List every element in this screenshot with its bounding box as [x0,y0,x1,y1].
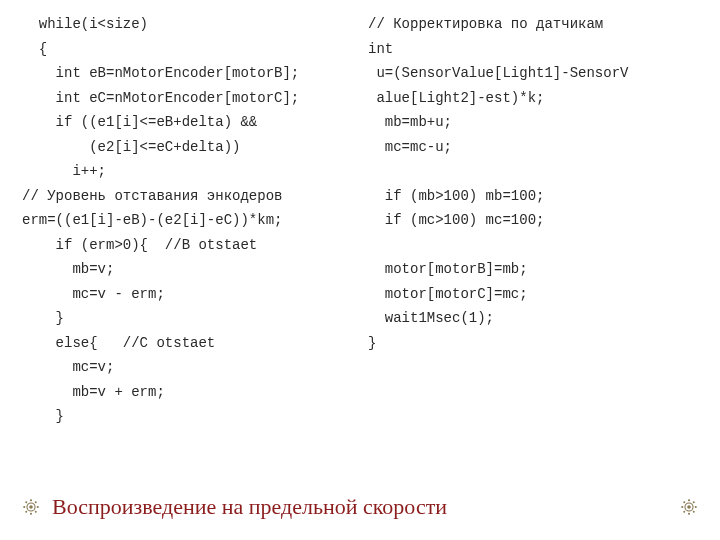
code-columns: while(i<size) { int eB=nMotorEncoder[mot… [0,0,720,474]
svg-point-6 [25,501,27,503]
code-right: // Корректировка по датчикам int u=(Sens… [360,12,698,474]
svg-point-8 [25,511,27,513]
svg-point-9 [35,511,37,513]
svg-point-0 [29,505,33,509]
svg-point-19 [693,511,695,513]
svg-point-16 [683,501,685,503]
svg-point-4 [23,506,25,508]
svg-point-2 [30,499,32,501]
svg-point-17 [693,501,695,503]
footer: Воспроизведение на предельной скорости [0,494,720,520]
code-left: while(i<size) { int eB=nMotorEncoder[mot… [22,12,360,474]
svg-point-7 [35,501,37,503]
svg-point-3 [30,513,32,515]
svg-point-10 [687,505,691,509]
svg-point-18 [683,511,685,513]
slide-title: Воспроизведение на предельной скорости [40,494,680,520]
svg-point-13 [688,513,690,515]
bullet-icon [22,498,40,516]
svg-point-15 [695,506,697,508]
svg-point-14 [681,506,683,508]
svg-point-5 [37,506,39,508]
svg-point-12 [688,499,690,501]
bullet-icon [680,498,698,516]
